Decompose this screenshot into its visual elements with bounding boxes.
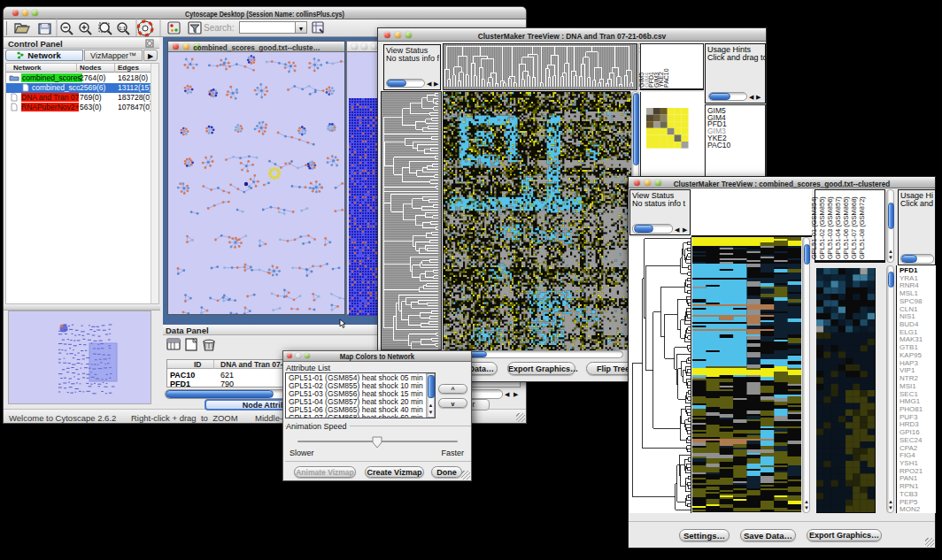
svg-text:1:1: 1:1 bbox=[119, 26, 126, 31]
